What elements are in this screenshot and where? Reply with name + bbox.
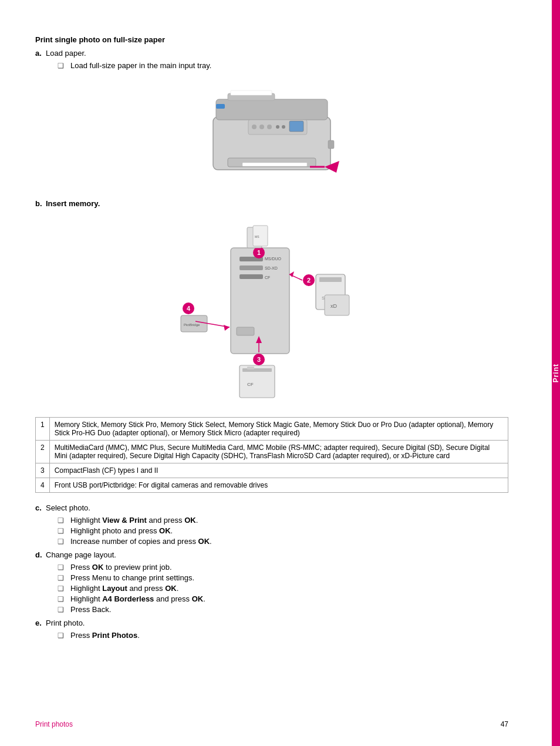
checkbox-icon-d3: ❑ [58, 584, 68, 593]
step-d-block: d. Change page layout. ❑ Press OK to pre… [35, 550, 508, 614]
table-row-3-num: 3 [36, 463, 50, 478]
step-c-block: c. Select photo. ❑ Highlight View & Prin… [35, 503, 508, 546]
steps-section: c. Select photo. ❑ Highlight View & Prin… [35, 503, 508, 640]
step-a-label: Load paper. [46, 49, 86, 58]
svg-text:4: 4 [187, 305, 191, 312]
step-e-label: Print photo. [46, 619, 85, 627]
table-row-1-text: Memory Stick, Memory Stick Pro, Memory S… [49, 418, 508, 441]
svg-rect-31 [319, 277, 342, 282]
svg-point-3 [252, 125, 257, 129]
table-row-2-num: 2 [36, 441, 50, 463]
step-c-sub-3: ❑ Increase number of copies and press OK… [58, 537, 508, 546]
svg-rect-17 [231, 248, 289, 354]
step-d-sub-4: ❑ Highlight A4 Borderless and press OK. [58, 594, 508, 603]
svg-text:CF: CF [247, 382, 254, 387]
memory-image-area: MS/DUO SD-XD CF 1 MS SD xD [35, 219, 508, 406]
table-row-4-num: 4 [36, 478, 50, 493]
table-row-1: 1 Memory Stick, Memory Stick Pro, Memory… [36, 418, 508, 441]
svg-text:MS: MS [255, 235, 259, 238]
svg-rect-20 [239, 274, 263, 279]
step-d-label: Change page layout. [46, 550, 116, 559]
svg-point-6 [276, 125, 279, 129]
printer-image-area [35, 82, 508, 187]
footer: Print photos 47 [0, 720, 544, 728]
step-d-sub-4-text: Highlight A4 Borderless and press OK. [70, 594, 205, 603]
svg-text:CF: CF [265, 275, 270, 280]
step-d-sub-1: ❑ Press OK to preview print job. [58, 563, 508, 572]
step-a-sub-1-text: Load full-size paper in the main input t… [70, 61, 211, 70]
step-a-subitems: ❑ Load full-size paper in the main input… [58, 61, 508, 70]
svg-text:MS/DUO: MS/DUO [265, 257, 282, 261]
page-container: Print single photo on full-size paper a.… [0, 0, 560, 746]
checkbox-icon-1: ❑ [58, 62, 68, 70]
step-c-sub-1: ❑ Highlight View & Print and press OK. [58, 516, 508, 525]
checkbox-icon-d5: ❑ [58, 606, 68, 614]
step-d-sub-2: ❑ Press Menu to change print settings. [58, 573, 508, 582]
checkbox-icon-e1: ❑ [58, 631, 68, 640]
checkbox-icon-c2: ❑ [58, 527, 68, 535]
svg-rect-19 [239, 266, 263, 270]
step-b-letter: b. [35, 199, 46, 208]
step-d-sub-2-text: Press Menu to change print settings. [70, 573, 194, 582]
checkbox-icon-c1: ❑ [58, 516, 68, 525]
main-content: Print single photo on full-size paper a.… [0, 0, 544, 746]
side-tab: Print [544, 0, 560, 746]
step-d-letter: d. [35, 550, 46, 559]
svg-rect-40 [242, 368, 272, 372]
svg-text:2: 2 [307, 277, 311, 284]
step-d-sub-3: ❑ Highlight Layout and press OK. [58, 584, 508, 593]
step-d-sub-3-text: Highlight Layout and press OK. [70, 584, 178, 593]
svg-rect-13 [216, 104, 225, 109]
step-d-sub-1-text: Press OK to preview print job. [70, 563, 172, 572]
svg-text:xD: xD [330, 303, 338, 309]
step-a-letter: a. [35, 49, 46, 58]
step-d-sub-5-text: Press Back. [70, 605, 111, 614]
checkbox-icon-d4: ❑ [58, 595, 68, 603]
svg-rect-8 [289, 121, 303, 132]
table-row-2-text: MultiMediaCard (MMC), MMC Plus, Secure M… [49, 441, 508, 463]
step-e-block: e. Print photo. ❑ Press Print Photos. [35, 619, 508, 640]
checkbox-icon-d1: ❑ [58, 563, 68, 572]
svg-rect-33 [325, 295, 349, 315]
step-a-block: a. Load paper. ❑ Load full-size paper in… [35, 49, 508, 70]
svg-text:PictBridge: PictBridge [184, 323, 200, 327]
table-row-4: 4 Front USB port/Pictbridge: For digital… [36, 478, 508, 493]
step-e-sub-1: ❑ Press Print Photos. [58, 631, 508, 640]
table-row-1-num: 1 [36, 418, 50, 441]
step-c-label: Select photo. [46, 503, 90, 512]
step-e-letter: e. [35, 619, 46, 627]
table-row-3: 3 CompactFlash (CF) types I and II [36, 463, 508, 478]
step-c-sub-2: ❑ Highlight photo and press OK. [58, 526, 508, 535]
step-c-sub-1-text: Highlight View & Print and press OK. [70, 516, 198, 525]
svg-rect-15 [231, 90, 272, 95]
step-c-sub-2-text: Highlight photo and press OK. [70, 526, 173, 535]
svg-marker-52 [224, 325, 230, 331]
step-a-sub-1: ❑ Load full-size paper in the main input… [58, 61, 508, 70]
step-c-subitems: ❑ Highlight View & Print and press OK. ❑… [58, 516, 508, 546]
step-c-sub-3-text: Increase number of copies and press OK. [70, 537, 212, 546]
step-e-subitems: ❑ Press Print Photos. [58, 631, 508, 640]
svg-text:SD-XD: SD-XD [265, 266, 278, 270]
svg-rect-1 [216, 99, 328, 120]
section-heading: Print single photo on full-size paper [35, 35, 508, 44]
svg-point-5 [267, 125, 272, 129]
checkbox-icon-d2: ❑ [58, 574, 68, 582]
svg-rect-10 [242, 163, 307, 166]
svg-point-7 [282, 125, 285, 129]
info-table: 1 Memory Stick, Memory Stick Pro, Memory… [35, 417, 508, 493]
svg-point-4 [259, 125, 264, 129]
footer-left: Print photos [35, 720, 73, 728]
side-tab-label: Print [552, 364, 560, 382]
table-row-4-text: Front USB port/Pictbridge: For digital c… [49, 478, 508, 493]
checkbox-icon-c3: ❑ [58, 537, 68, 546]
step-d-sub-5: ❑ Press Back. [58, 605, 508, 614]
step-c-letter: c. [35, 503, 46, 512]
svg-rect-42 [247, 367, 254, 369]
step-b-label: Insert memory. [46, 199, 100, 208]
svg-rect-16 [328, 140, 334, 149]
table-row-2: 2 MultiMediaCard (MMC), MMC Plus, Secure… [36, 441, 508, 463]
svg-rect-24 [237, 327, 254, 335]
svg-text:1: 1 [257, 249, 261, 256]
memory-illustration: MS/DUO SD-XD CF 1 MS SD xD [160, 219, 383, 406]
step-b-block: b. Insert memory. [35, 199, 508, 208]
